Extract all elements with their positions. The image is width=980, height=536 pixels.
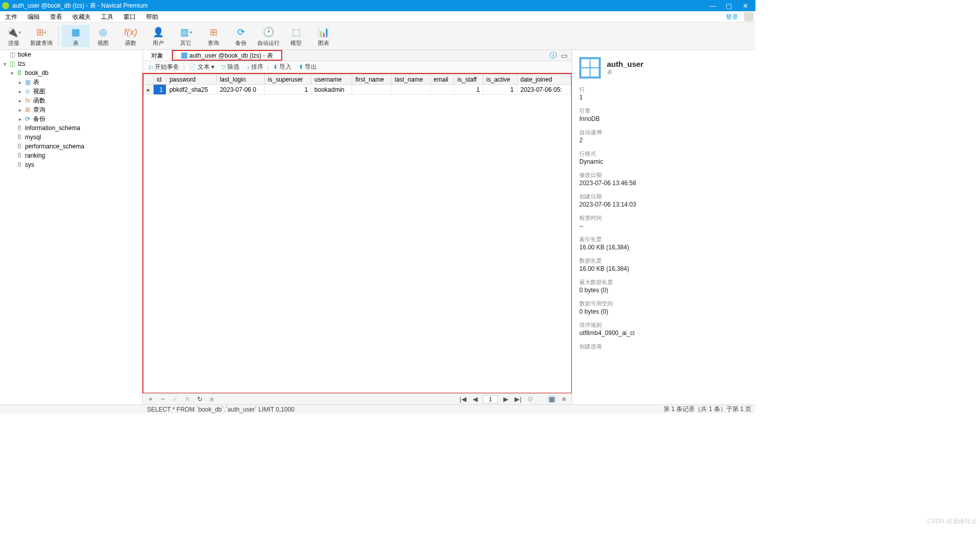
cell-first_name[interactable] — [352, 85, 391, 95]
cell-id[interactable]: 1 — [154, 85, 166, 95]
delete-row-button[interactable]: − — [158, 395, 167, 403]
tree-item-label: book_db — [25, 69, 48, 76]
tree-item-函数[interactable]: ▸fx函数 — [0, 96, 142, 105]
column-header-password[interactable]: password — [166, 74, 216, 85]
tree-arrow-icon: ▸ — [16, 80, 23, 85]
cell-is_active[interactable]: 1 — [483, 85, 517, 95]
column-header-is_staff[interactable]: is_staff — [454, 74, 483, 85]
cell-password[interactable]: pbkdf2_sha25 — [166, 85, 216, 95]
menu-tools[interactable]: 工具 — [96, 11, 118, 22]
tree-item-lzs[interactable]: ▾◫lzs — [0, 59, 142, 68]
prev-page-button[interactable]: ◀ — [471, 395, 480, 403]
minimize-button[interactable]: — — [704, 2, 721, 10]
prop-label: 数据可用空间 — [579, 300, 748, 308]
cell-date_joined[interactable]: 2023-07-06 05: — [517, 85, 571, 95]
tree-item-视图[interactable]: ▸◎视图 — [0, 87, 142, 96]
column-header-email[interactable]: email — [430, 74, 454, 85]
form-view-button[interactable]: ≡ — [559, 395, 569, 403]
menu-favorites[interactable]: 收藏夹 — [67, 11, 96, 22]
tab-objects[interactable]: 对象 — [143, 50, 172, 61]
import-button[interactable]: ⬇导入 — [270, 63, 295, 71]
column-header-is_superuser[interactable]: is_superuser — [264, 74, 311, 85]
tree-item-sys[interactable]: 🛢sys — [0, 160, 142, 169]
next-page-button[interactable]: ▶ — [501, 395, 510, 403]
plug-icon: 🔌▾ — [0, 25, 28, 39]
tree-item-查询[interactable]: ▸⊞查询 — [0, 105, 142, 114]
tree-item-performance_schema[interactable]: 🛢performance_schema — [0, 142, 142, 151]
sidebar-tree[interactable]: ◫boke▾◫lzs▾🛢book_db▸▦表▸◎视图▸fx函数▸⊞查询▸⟳备份🛢… — [0, 50, 143, 404]
menu-edit[interactable]: 编辑 — [22, 11, 45, 22]
toolbar-model[interactable]: ⬚ 模型 — [282, 25, 310, 47]
toolbar-table[interactable]: ▦ 表 — [62, 25, 89, 47]
column-header-id[interactable]: id — [154, 74, 166, 85]
tree-table-icon: ▦ — [23, 79, 32, 86]
menu-view[interactable]: 查看 — [45, 11, 67, 22]
tree-item-表[interactable]: ▸▦表 — [0, 78, 142, 87]
text-button[interactable]: 📄文本 ▾ — [186, 63, 217, 71]
cell-last_name[interactable] — [391, 85, 430, 95]
last-page-button[interactable]: ▶| — [513, 395, 523, 403]
column-header-first_name[interactable]: first_name — [352, 74, 391, 85]
column-header-last_login[interactable]: last_login — [216, 74, 264, 85]
table-row[interactable]: ▸1pbkdf2_sha252023-07-06 01bookadmin1120… — [144, 85, 571, 95]
cell-email[interactable] — [430, 85, 454, 95]
tree-item-备份[interactable]: ▸⟳备份 — [0, 114, 142, 123]
tab-auth-user[interactable]: auth_user @book_db (lzs) - 表 — [172, 50, 282, 61]
begin-transaction-button[interactable]: ▷开始事务 — [146, 63, 182, 71]
export-button[interactable]: ⬆导出 — [296, 63, 320, 71]
data-grid[interactable]: idpasswordlast_loginis_superuserusername… — [142, 73, 572, 394]
menu-window[interactable]: 窗口 — [118, 11, 141, 22]
tree-item-boke[interactable]: ◫boke — [0, 50, 142, 59]
tree-item-mysql[interactable]: 🛢mysql — [0, 133, 142, 142]
toolbar-function[interactable]: f(x) 函数 — [117, 25, 144, 47]
bottom-toolbar: + − ✓ ✕ ↻ ■ |◀ ◀ ▶ ▶| ⚙ ▦ ≡ — [143, 393, 572, 404]
text-icon: 📄 — [189, 64, 196, 70]
cancel-button[interactable]: ✕ — [183, 395, 192, 403]
toolbar-automation[interactable]: 🕐 自动运行 — [255, 25, 282, 47]
column-header-is_active[interactable]: is_active — [483, 74, 517, 85]
column-header-last_name[interactable]: last_name — [391, 74, 430, 85]
toolbar-connect[interactable]: 🔌▾ 连接 — [0, 25, 28, 47]
toolbar-other[interactable]: ▥▾ 其它 — [172, 25, 200, 47]
toolbar-user[interactable]: 👤 用户 — [144, 25, 172, 47]
detail-icon[interactable]: ▭ — [561, 52, 568, 60]
cell-is_staff[interactable]: 1 — [454, 85, 483, 95]
tab-label: 对象 — [151, 50, 163, 61]
commit-button[interactable]: ✓ — [170, 395, 180, 403]
toolbar-backup[interactable]: ⟳ 备份 — [227, 25, 255, 47]
toolbar-new-query[interactable]: ⊞+ 新建查询 — [28, 25, 55, 47]
menu-help[interactable]: 帮助 — [141, 11, 163, 22]
page-settings-button[interactable]: ⚙ — [526, 395, 535, 403]
cell-username[interactable]: bookadmin — [311, 85, 352, 95]
maximize-button[interactable]: ▢ — [721, 2, 737, 10]
info-icon[interactable]: ⓘ — [550, 51, 557, 60]
column-header-username[interactable]: username — [311, 74, 352, 85]
first-page-button[interactable]: |◀ — [458, 395, 468, 403]
toolbar-query[interactable]: ⊞ 查询 — [200, 25, 227, 47]
tree-item-ranking[interactable]: 🛢ranking — [0, 151, 142, 160]
avatar-icon[interactable] — [744, 12, 753, 21]
toolbar-chart[interactable]: 📊 图表 — [310, 25, 337, 47]
toolbar-view[interactable]: ◎ 视图 — [89, 25, 117, 47]
close-button[interactable]: ✕ — [737, 2, 753, 10]
add-row-button[interactable]: + — [146, 395, 155, 403]
page-input[interactable] — [483, 395, 498, 403]
tree-query-icon: ⊞ — [23, 106, 32, 113]
sort-button[interactable]: ↕排序 — [243, 63, 266, 71]
cell-last_login[interactable]: 2023-07-06 0 — [216, 85, 264, 95]
prop-label: 检查时间 — [579, 214, 748, 222]
login-link[interactable]: 登录 — [721, 11, 743, 22]
cell-is_superuser[interactable]: 1 — [264, 85, 311, 95]
refresh-button[interactable]: ↻ — [195, 395, 204, 403]
prop-引擎: 引擎InnoDB — [579, 107, 748, 122]
menu-file[interactable]: 文件 — [0, 11, 22, 22]
grid-view-button[interactable]: ▦ — [547, 395, 556, 403]
view-icon: ◎ — [89, 25, 117, 39]
prop-value: 1 — [579, 94, 748, 101]
filter-button[interactable]: ▽筛选 — [218, 63, 242, 71]
row-pointer-icon: ▸ — [144, 85, 154, 95]
tree-item-book_db[interactable]: ▾🛢book_db — [0, 68, 142, 78]
tree-item-information_schema[interactable]: 🛢information_schema — [0, 123, 142, 133]
stop-button[interactable]: ■ — [207, 395, 216, 403]
column-header-date_joined[interactable]: date_joined — [517, 74, 571, 85]
